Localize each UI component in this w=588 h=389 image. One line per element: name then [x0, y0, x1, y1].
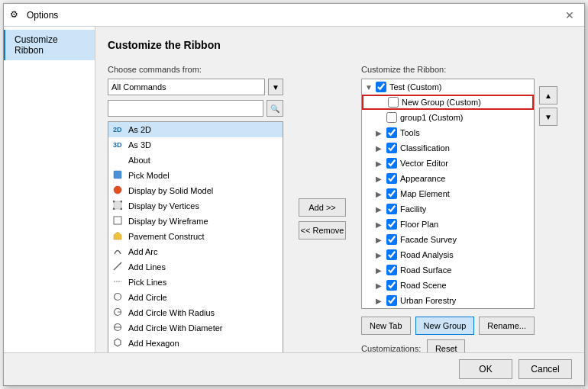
reset-button[interactable]: Reset: [427, 339, 465, 352]
tree-checkbox-appearance[interactable]: [386, 173, 397, 184]
icon-pick-model: [113, 170, 124, 181]
tree-item-road-analysis[interactable]: ▶ Road Analysis: [362, 247, 534, 262]
icon-display-vertices: [113, 201, 124, 211]
dialog-title: Options: [27, 10, 58, 21]
tree-item-classification[interactable]: ▶ Classification: [362, 140, 534, 156]
tree-item-road-scene[interactable]: ▶ Road Scene: [362, 278, 534, 293]
tree-item-road-surface[interactable]: ▶ Road Surface: [362, 262, 534, 278]
tree-checkbox-floor-plan[interactable]: [386, 219, 397, 230]
move-down-button[interactable]: ▼: [539, 108, 557, 126]
list-item[interactable]: Add Circle With Radius: [108, 305, 283, 320]
list-item[interactable]: Display by Solid Model: [108, 183, 283, 198]
list-item[interactable]: Display by Vertices: [108, 198, 283, 214]
tree-checkbox-tools[interactable]: [386, 127, 397, 138]
tree-item-urban-forestry[interactable]: ▶ Urban Forestry: [362, 293, 534, 308]
tree-checkbox-classification[interactable]: [386, 143, 397, 153]
list-item-label: Display by Vertices: [128, 201, 199, 211]
list-item[interactable]: Add Circle: [108, 290, 283, 305]
list-item[interactable]: Pick Lines: [108, 275, 283, 290]
tree-checkbox-road-analysis[interactable]: [386, 249, 397, 260]
sidebar-item-customize-ribbon[interactable]: Customize Ribbon: [4, 30, 95, 60]
icon-2d: 2D: [113, 126, 124, 133]
close-button[interactable]: ✕: [561, 7, 578, 24]
tree-expand-icon: ▶: [376, 129, 386, 137]
dropdown-row: All Commands ▼: [108, 79, 283, 95]
customizations-row: Customizations: Reset: [361, 339, 535, 352]
list-item[interactable]: About: [108, 153, 283, 168]
rename-button[interactable]: Rename...: [479, 317, 535, 335]
list-item[interactable]: Pick Model: [108, 168, 283, 183]
new-group-button[interactable]: New Group: [415, 317, 475, 335]
tree-checkbox-facade-survey[interactable]: [386, 234, 397, 245]
tree-expand-icon: ▶: [376, 297, 386, 305]
tree-item-tools[interactable]: ▶ Tools: [362, 125, 534, 140]
list-item[interactable]: Add Hexagon: [108, 336, 283, 351]
svg-marker-8: [114, 232, 121, 240]
tree-item-appearance[interactable]: ▶ Appearance: [362, 171, 534, 186]
tree-label: Road Surface: [400, 265, 451, 275]
svg-line-9: [114, 262, 121, 270]
tree-label: Urban Forestry: [400, 296, 456, 305]
tree-expand-icon: ▶: [376, 281, 386, 290]
list-item[interactable]: Display by Wireframe: [108, 214, 283, 229]
ribbon-tree[interactable]: ▼ Test (Custom) New Group (Custom): [361, 79, 535, 309]
tree-checkbox-urban-forestry[interactable]: [386, 295, 397, 306]
tree-item-group1-custom[interactable]: group1 (Custom): [362, 110, 534, 125]
tree-item-facade-survey[interactable]: ▶ Facade Survey: [362, 232, 534, 247]
tree-item-vector-editor[interactable]: ▶ Vector Editor: [362, 156, 534, 171]
tree-expand-icon: ▶: [376, 175, 386, 183]
tree-item-map-element[interactable]: ▶ Map Element: [362, 186, 534, 201]
cancel-button[interactable]: Cancel: [519, 359, 572, 379]
tree-item-facility[interactable]: ▶ Facility: [362, 201, 534, 217]
list-item[interactable]: Add Arc: [108, 244, 283, 259]
sidebar-item-label: Customize Ribbon: [15, 34, 58, 56]
tree-checkbox-new-group[interactable]: [388, 97, 399, 108]
tree-label: New Group (Custom): [402, 98, 481, 107]
choose-commands-label: Choose commands from:: [108, 65, 283, 74]
list-item[interactable]: 2D As 2D: [108, 122, 283, 137]
dialog-footer: OK Cancel: [4, 352, 584, 385]
tree-checkbox-facility[interactable]: [386, 204, 397, 214]
list-item-label: Pick Model: [128, 171, 170, 180]
tree-item-floor-plan[interactable]: ▶ Floor Plan: [362, 217, 534, 232]
tree-checkbox-group1[interactable]: [386, 112, 397, 123]
tree-item-new-group-custom[interactable]: New Group (Custom): [362, 95, 534, 110]
list-item-label: Add Arc: [128, 247, 158, 256]
list-item[interactable]: Add Circle With Diameter: [108, 320, 283, 336]
arrow-column: ▲ ▼: [539, 65, 559, 352]
tree-label: Floor Plan: [400, 220, 438, 229]
list-item[interactable]: Pavement Construct: [108, 229, 283, 244]
tree-checkbox-map-element[interactable]: [386, 188, 397, 199]
add-button[interactable]: Add >>: [299, 198, 346, 217]
tree-expand-icon: ▼: [365, 83, 376, 92]
sidebar: Customize Ribbon: [4, 27, 95, 352]
list-item-label: As 3D: [128, 140, 151, 149]
tree-checkbox-road-scene[interactable]: [386, 280, 397, 291]
remove-button[interactable]: << Remove: [299, 221, 346, 240]
ribbon-column: Customize the Ribbon: ▼ Test (Custom): [361, 65, 535, 352]
tree-checkbox-road-surface[interactable]: [386, 265, 397, 275]
tree-expand-icon: ▶: [376, 205, 386, 214]
svg-marker-16: [115, 339, 121, 346]
tree-checkbox-vector-editor[interactable]: [386, 158, 397, 169]
search-input[interactable]: [108, 100, 263, 117]
middle-column: Add >> << Remove: [296, 65, 349, 352]
commands-list[interactable]: 2D As 2D 3D As 3D About: [108, 121, 283, 352]
list-item-label: Add Lines: [128, 262, 166, 272]
list-item[interactable]: Add Lines: [108, 259, 283, 275]
search-button[interactable]: 🔍: [267, 100, 283, 117]
tree-label: Appearance: [400, 174, 445, 183]
list-item[interactable]: 3D As 3D: [108, 137, 283, 153]
tree-label: Test (Custom): [389, 82, 441, 92]
tree-checkbox-test[interactable]: [376, 82, 386, 92]
tree-label: Classification: [400, 143, 450, 153]
dropdown-arrow-icon[interactable]: ▼: [268, 79, 283, 95]
move-up-button[interactable]: ▲: [539, 86, 557, 104]
new-tab-button[interactable]: New Tab: [361, 317, 411, 335]
left-column: Choose commands from: All Commands ▼ 🔍 2: [108, 65, 283, 352]
commands-dropdown[interactable]: All Commands: [108, 79, 265, 95]
ok-button[interactable]: OK: [459, 359, 512, 379]
icon-circle-diameter: [113, 323, 124, 333]
tree-item-test-custom[interactable]: ▼ Test (Custom): [362, 79, 534, 95]
tree-expand-icon: ▶: [376, 159, 386, 168]
